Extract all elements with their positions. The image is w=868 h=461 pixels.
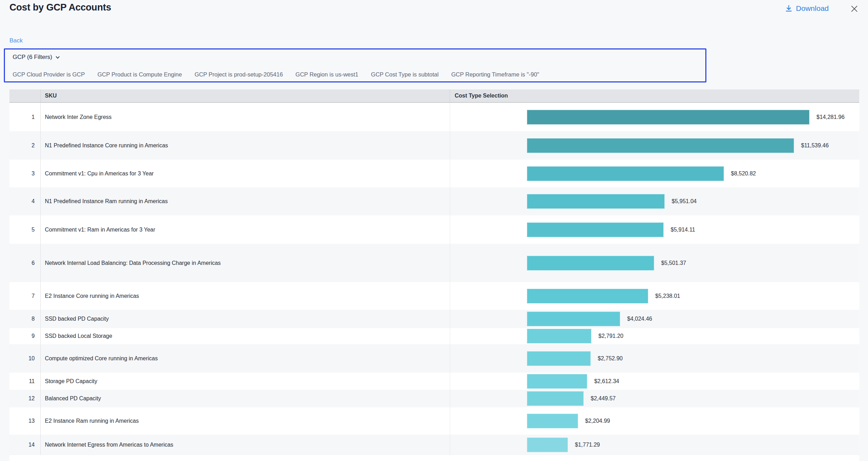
filter-chip[interactable]: GCP Reporting Timeframe is "-90" <box>451 71 539 78</box>
cost-bar <box>527 329 591 343</box>
cost-bar <box>527 222 664 237</box>
filter-chip[interactable]: GCP Cloud Provider is GCP <box>13 71 85 78</box>
table-row[interactable]: 3 Commitment v1: Cpu in Americas for 3 Y… <box>9 160 859 187</box>
row-number: 14 <box>9 435 40 455</box>
row-sku: SSD backed PD Capacity <box>40 310 450 328</box>
cost-bar <box>527 166 724 181</box>
download-button[interactable]: Download <box>785 4 829 13</box>
download-label: Download <box>796 4 829 13</box>
filter-chip-list: GCP Cloud Provider is GCP GCP Product is… <box>13 71 539 78</box>
filter-group-toggle[interactable]: GCP (6 Filters) <box>13 54 60 61</box>
table-bottom-sliver <box>9 455 859 461</box>
table-row[interactable]: 6 Network Internal Load Balancing: Data … <box>9 244 859 282</box>
chevron-down-icon <box>55 55 60 60</box>
column-header-number <box>9 89 40 102</box>
cost-value: $1,771.29 <box>575 442 600 448</box>
row-bar-cell: $2,612.34 <box>450 373 859 390</box>
row-sku: Storage PD Capacity <box>40 373 450 390</box>
cost-value: $2,449.57 <box>591 395 616 402</box>
row-bar-cell: $11,539.46 <box>450 131 859 160</box>
row-number: 1 <box>9 103 40 131</box>
row-bar-cell: $5,951.04 <box>450 187 859 215</box>
cost-value: $4,024.46 <box>627 316 652 322</box>
row-sku: SSD backed Local Storage <box>40 328 450 344</box>
cost-value: $2,612.34 <box>594 378 619 385</box>
table-row[interactable]: 1 Network Inter Zone Egress $14,281.96 <box>9 103 859 131</box>
cost-value: $5,238.01 <box>655 293 680 299</box>
filter-chip[interactable]: GCP Region is us-west1 <box>296 71 358 78</box>
cost-value: $5,914.11 <box>671 227 695 233</box>
table-row[interactable]: 5 Commitment v1: Ram in Americas for 3 Y… <box>9 215 859 244</box>
row-bar-cell: $2,752.90 <box>450 344 859 373</box>
table-row[interactable]: 11 Storage PD Capacity $2,612.34 <box>9 373 859 390</box>
row-number: 13 <box>9 407 40 435</box>
cost-value: $2,791.20 <box>598 333 623 339</box>
close-icon <box>850 4 859 13</box>
row-number: 6 <box>9 244 40 282</box>
row-bar-cell: $1,771.29 <box>450 435 859 455</box>
cost-bar <box>527 351 591 366</box>
table-row[interactable]: 4 N1 Predefined Instance Ram running in … <box>9 187 859 215</box>
row-sku: Balanced PD Capacity <box>40 390 450 407</box>
table-row[interactable]: 2 N1 Predefined Instance Core running in… <box>9 131 859 160</box>
table-row[interactable]: 10 Compute optimized Core running in Ame… <box>9 344 859 373</box>
cost-value: $5,501.37 <box>661 260 686 266</box>
filter-chip[interactable]: GCP Project is prod-setup-205416 <box>195 71 283 78</box>
row-sku: Compute optimized Core running in Americ… <box>40 344 450 373</box>
cost-bar <box>527 312 620 326</box>
row-sku: Network Internal Load Balancing: Data Pr… <box>40 244 450 282</box>
download-icon <box>785 5 793 12</box>
cost-bar <box>527 110 809 125</box>
cost-bar <box>527 374 587 389</box>
row-number: 8 <box>9 310 40 328</box>
row-sku: N1 Predefined Instance Core running in A… <box>40 131 450 160</box>
back-link[interactable]: Back <box>9 37 23 44</box>
row-bar-cell: $4,024.46 <box>450 310 859 328</box>
close-button[interactable] <box>849 4 860 14</box>
filter-group-label: GCP (6 Filters) <box>13 54 52 61</box>
row-bar-cell: $5,914.11 <box>450 215 859 244</box>
filter-chip[interactable]: GCP Product is Compute Engine <box>97 71 182 78</box>
row-sku: E2 Instance Core running in Americas <box>40 282 450 310</box>
row-bar-cell: $5,238.01 <box>450 282 859 310</box>
row-number: 12 <box>9 390 40 407</box>
row-sku: N1 Predefined Instance Ram running in Am… <box>40 187 450 215</box>
row-number: 11 <box>9 373 40 390</box>
cost-bar <box>527 414 578 428</box>
cost-value: $2,752.90 <box>598 355 623 362</box>
table-row[interactable]: 8 SSD backed PD Capacity $4,024.46 <box>9 310 859 328</box>
row-number: 3 <box>9 160 40 187</box>
cost-bar <box>527 194 665 209</box>
row-bar-cell: $14,281.96 <box>450 103 859 131</box>
cost-value: $8,520.82 <box>731 171 756 177</box>
cost-value: $2,204.99 <box>585 418 610 424</box>
table-row[interactable]: 14 Network Internet Egress from Americas… <box>9 435 859 455</box>
column-header-cost-type: Cost Type Selection <box>450 89 859 102</box>
row-bar-cell: $2,449.57 <box>450 390 859 407</box>
cost-bar <box>527 256 654 270</box>
row-sku: E2 Instance Ram running in Americas <box>40 407 450 435</box>
table-row[interactable]: 13 E2 Instance Ram running in Americas $… <box>9 407 859 435</box>
filter-panel: GCP (6 Filters) GCP Cloud Provider is GC… <box>4 48 706 82</box>
cost-bar <box>527 391 584 406</box>
table-body: 1 Network Inter Zone Egress $14,281.96 2… <box>9 103 859 455</box>
cost-bar <box>527 138 794 153</box>
column-header-sku: SKU <box>40 89 450 102</box>
table-row[interactable]: 12 Balanced PD Capacity $2,449.57 <box>9 390 859 407</box>
row-bar-cell: $8,520.82 <box>450 160 859 187</box>
cost-value: $14,281.96 <box>816 114 845 120</box>
filter-chip[interactable]: GCP Cost Type is subtotal <box>371 71 439 78</box>
row-sku: Commitment v1: Ram in Americas for 3 Yea… <box>40 215 450 244</box>
cost-table: SKU Cost Type Selection 1 Network Inter … <box>9 89 859 461</box>
cost-bar <box>527 437 568 452</box>
row-number: 10 <box>9 344 40 373</box>
row-sku: Network Inter Zone Egress <box>40 103 450 131</box>
table-row[interactable]: 9 SSD backed Local Storage $2,791.20 <box>9 328 859 344</box>
cost-value: $5,951.04 <box>672 198 697 205</box>
cost-value: $11,539.46 <box>801 142 829 149</box>
page-title: Cost by GCP Accounts <box>9 2 111 13</box>
row-number: 4 <box>9 187 40 215</box>
row-sku: Commitment v1: Cpu in Americas for 3 Yea… <box>40 160 450 187</box>
row-bar-cell: $2,791.20 <box>450 328 859 344</box>
table-row[interactable]: 7 E2 Instance Core running in Americas $… <box>9 282 859 310</box>
